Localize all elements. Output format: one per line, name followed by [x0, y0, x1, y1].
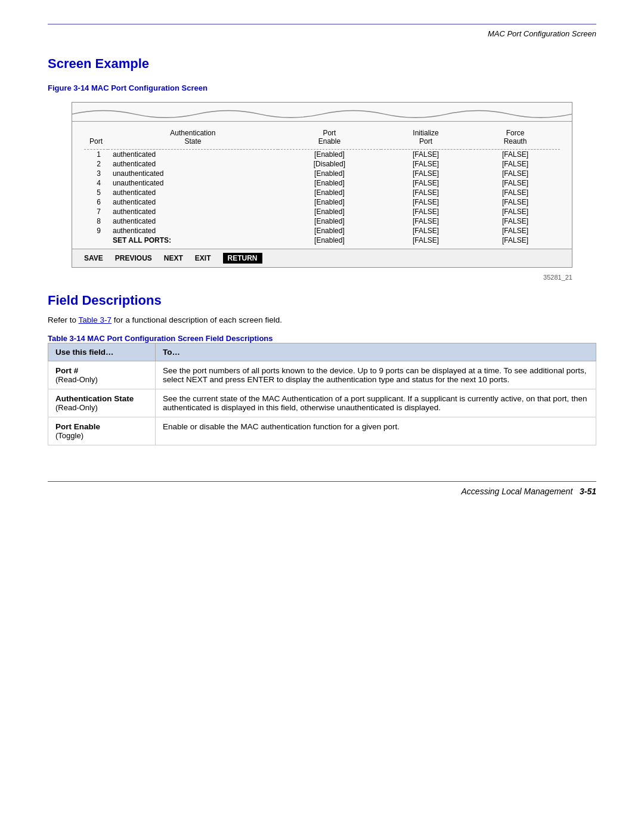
force-reauth: [FALSE]	[470, 188, 560, 197]
port-enable: [Enabled]	[278, 188, 381, 197]
screen-footer: SAVE PREVIOUS NEXT EXIT RETURN	[72, 249, 572, 267]
field-row: Port Enable (Toggle) Enable or disable t…	[48, 417, 596, 445]
field-note: (Read-Only)	[55, 375, 98, 384]
set-all-force-reauth: [FALSE]	[470, 236, 560, 245]
port-num: 9	[84, 226, 108, 236]
auth-state: unauthenticated	[108, 169, 278, 178]
page-container: MAC Port Configuration Screen Screen Exa…	[0, 0, 644, 833]
port-enable: [Enabled]	[278, 216, 381, 226]
auth-state: authenticated	[108, 188, 278, 197]
col-init-port-header: InitializePort	[381, 128, 470, 147]
force-reauth: [FALSE]	[470, 207, 560, 216]
figure-caption: Figure 3-14 MAC Port Configuration Scree…	[48, 83, 596, 92]
force-reauth: [FALSE]	[470, 169, 560, 178]
table-row: 9 authenticated [Enabled] [FALSE] [FALSE…	[84, 226, 560, 236]
port-enable: [Enabled]	[278, 149, 381, 159]
init-port: [FALSE]	[381, 149, 470, 159]
auth-state: authenticated	[108, 197, 278, 207]
figure-number: 35281_21	[48, 274, 572, 281]
init-port: [FALSE]	[381, 188, 470, 197]
auth-state: authenticated	[108, 159, 278, 169]
next-button[interactable]: NEXT	[164, 254, 183, 262]
set-all-port-enable: [Enabled]	[278, 236, 381, 245]
init-port: [FALSE]	[381, 207, 470, 216]
table-caption: Table 3-14 MAC Port Configuration Screen…	[48, 334, 596, 343]
field-note: (Read-Only)	[55, 403, 98, 412]
col-port-enable-header: PortEnable	[278, 128, 381, 147]
table-row: 2 authenticated [Disabled] [FALSE] [FALS…	[84, 159, 560, 169]
port-num: 8	[84, 216, 108, 226]
page-number: 3-51	[580, 487, 596, 496]
field-description: See the port numbers of all ports known …	[156, 361, 596, 389]
auth-state: authenticated	[108, 216, 278, 226]
field-description: See the current state of the MAC Authent…	[156, 389, 596, 417]
field-row: Authentication State (Read-Only) See the…	[48, 389, 596, 417]
header-rule	[48, 24, 596, 24]
force-reauth: [FALSE]	[470, 216, 560, 226]
port-num: 1	[84, 149, 108, 159]
to-col-header: To…	[156, 343, 596, 361]
port-num: 7	[84, 207, 108, 216]
set-all-ports-row: SET ALL PORTS: [Enabled] [FALSE] [FALSE]	[84, 236, 560, 245]
auth-state: authenticated	[108, 226, 278, 236]
field-row: Port # (Read-Only) See the port numbers …	[48, 361, 596, 389]
table-row: 6 authenticated [Enabled] [FALSE] [FALSE…	[84, 197, 560, 207]
field-name: Port #	[55, 366, 78, 375]
init-port: [FALSE]	[381, 169, 470, 178]
table-row: 7 authenticated [Enabled] [FALSE] [FALSE…	[84, 207, 560, 216]
table-link[interactable]: Table 3-7	[79, 315, 112, 324]
screen-example-title: Screen Example	[48, 56, 596, 72]
col-force-reauth-header: ForceReauth	[470, 128, 560, 147]
col-auth-state-header: AuthenticationState	[108, 128, 278, 147]
screen-content: Port AuthenticationState PortEnable Init…	[72, 122, 572, 245]
table-row: 1 authenticated [Enabled] [FALSE] [FALSE…	[84, 149, 560, 159]
field-note: (Toggle)	[55, 431, 83, 440]
port-enable: [Enabled]	[278, 197, 381, 207]
force-reauth: [FALSE]	[470, 159, 560, 169]
init-port: [FALSE]	[381, 216, 470, 226]
table-row: 3 unauthenticated [Enabled] [FALSE] [FAL…	[84, 169, 560, 178]
port-enable: [Enabled]	[278, 226, 381, 236]
set-all-init-port: [FALSE]	[381, 236, 470, 245]
footer-rule	[48, 481, 596, 482]
return-button[interactable]: RETURN	[223, 253, 262, 264]
port-config-table: Port AuthenticationState PortEnable Init…	[84, 128, 560, 245]
auth-state: authenticated	[108, 207, 278, 216]
force-reauth: [FALSE]	[470, 197, 560, 207]
port-enable: [Enabled]	[278, 178, 381, 188]
port-num: 6	[84, 197, 108, 207]
field-description: Enable or disable the MAC authentication…	[156, 417, 596, 445]
port-num: 3	[84, 169, 108, 178]
port-enable: [Disabled]	[278, 159, 381, 169]
header-title: MAC Port Configuration Screen	[48, 29, 596, 38]
save-button[interactable]: SAVE	[84, 254, 103, 262]
field-name: Port Enable	[55, 422, 100, 431]
port-enable: [Enabled]	[278, 169, 381, 178]
footer-text: Accessing Local Management 3-51	[48, 487, 596, 496]
previous-button[interactable]: PREVIOUS	[115, 254, 152, 262]
field-descriptions-title: Field Descriptions	[48, 293, 596, 308]
set-all-label: SET ALL PORTS:	[108, 236, 278, 245]
footer-area: Accessing Local Management 3-51	[48, 481, 596, 496]
exit-button[interactable]: EXIT	[195, 254, 211, 262]
table-row: 5 authenticated [Enabled] [FALSE] [FALSE…	[84, 188, 560, 197]
port-num: 4	[84, 178, 108, 188]
set-all-spacer	[84, 236, 108, 245]
port-num: 2	[84, 159, 108, 169]
force-reauth: [FALSE]	[470, 226, 560, 236]
table-row: 4 unauthenticated [Enabled] [FALSE] [FAL…	[84, 178, 560, 188]
force-reauth: [FALSE]	[470, 178, 560, 188]
auth-state: authenticated	[108, 149, 278, 159]
init-port: [FALSE]	[381, 197, 470, 207]
auth-state: unauthenticated	[108, 178, 278, 188]
field-name: Authentication State	[55, 394, 134, 403]
init-port: [FALSE]	[381, 226, 470, 236]
field-col-header: Use this field…	[48, 343, 156, 361]
init-port: [FALSE]	[381, 178, 470, 188]
table-row: 8 authenticated [Enabled] [FALSE] [FALSE…	[84, 216, 560, 226]
refer-paragraph: Refer to Table 3-7 for a functional desc…	[48, 315, 596, 324]
port-enable: [Enabled]	[278, 207, 381, 216]
col-port-header: Port	[84, 128, 108, 147]
init-port: [FALSE]	[381, 159, 470, 169]
port-num: 5	[84, 188, 108, 197]
